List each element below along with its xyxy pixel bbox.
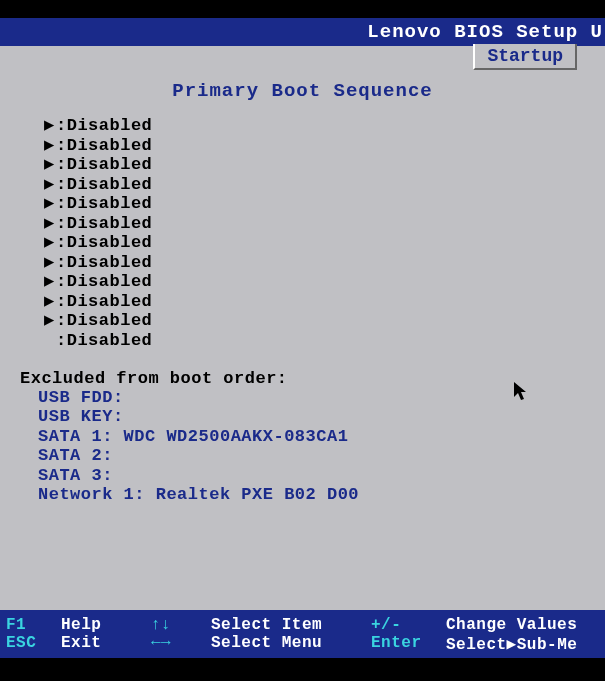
label-select-item: Select Item: [211, 616, 359, 634]
key-f1: F1: [6, 616, 49, 634]
excluded-item[interactable]: SATA 3:: [38, 466, 605, 486]
boot-item[interactable]: ▶:Disabled: [44, 253, 605, 273]
key-leftright: ←→: [151, 634, 199, 652]
tab-startup[interactable]: Startup: [473, 44, 577, 70]
arrow-icon: ▶: [44, 136, 56, 156]
bios-title: Lenovo BIOS Setup U: [367, 21, 603, 43]
arrow-icon: ▶: [44, 214, 56, 234]
key-plusminus: +/-: [371, 616, 434, 634]
section-title: Primary Boot Sequence: [0, 72, 605, 116]
boot-sequence-list: ▶:Disabled ▶:Disabled ▶:Disabled ▶:Disab…: [0, 116, 605, 351]
arrow-icon: ▶: [44, 272, 56, 292]
boot-item[interactable]: ▶:Disabled: [44, 272, 605, 292]
boot-item[interactable]: ▶:Disabled: [44, 311, 605, 331]
tab-row: Startup: [0, 46, 605, 72]
excluded-item[interactable]: SATA 2:: [38, 446, 605, 466]
key-esc: ESC: [6, 634, 49, 652]
arrow-icon: ▶: [44, 292, 56, 312]
excluded-item[interactable]: SATA 1: WDC WD2500AAKX-083CA1: [38, 427, 605, 447]
arrow-icon: ▶: [44, 116, 56, 136]
label-change-values: Change Values: [446, 616, 599, 634]
boot-item[interactable]: ▶:Disabled: [44, 233, 605, 253]
boot-item[interactable]: ▶:Disabled: [44, 214, 605, 234]
arrow-icon: ▶: [44, 194, 56, 214]
label-select-submenu: Select▶Sub-Me: [446, 634, 599, 654]
boot-item[interactable]: :Disabled: [44, 331, 605, 351]
arrow-icon: ▶: [44, 311, 56, 331]
bios-title-bar: Lenovo BIOS Setup U: [0, 18, 605, 46]
key-updown: ↑↓: [151, 616, 199, 634]
boot-item[interactable]: ▶:Disabled: [44, 292, 605, 312]
boot-item[interactable]: ▶:Disabled: [44, 194, 605, 214]
excluded-item[interactable]: Network 1: Realtek PXE B02 D00: [38, 485, 605, 505]
arrow-icon: ▶: [44, 253, 56, 273]
footer-help-bar: F1 ESC Help Exit ↑↓ ←→ Select Item Selec…: [0, 610, 605, 658]
arrow-icon: ▶: [44, 155, 56, 175]
key-enter: Enter: [371, 634, 434, 652]
boot-item[interactable]: ▶:Disabled: [44, 116, 605, 136]
cursor-icon: [512, 380, 530, 409]
arrow-icon: ▶: [44, 233, 56, 253]
label-exit: Exit: [61, 634, 139, 652]
label-select-menu: Select Menu: [211, 634, 359, 652]
arrow-icon: ▶: [44, 175, 56, 195]
boot-item[interactable]: ▶:Disabled: [44, 136, 605, 156]
excluded-item[interactable]: USB KEY:: [38, 407, 605, 427]
label-help: Help: [61, 616, 139, 634]
boot-item[interactable]: ▶:Disabled: [44, 175, 605, 195]
boot-item[interactable]: ▶:Disabled: [44, 155, 605, 175]
